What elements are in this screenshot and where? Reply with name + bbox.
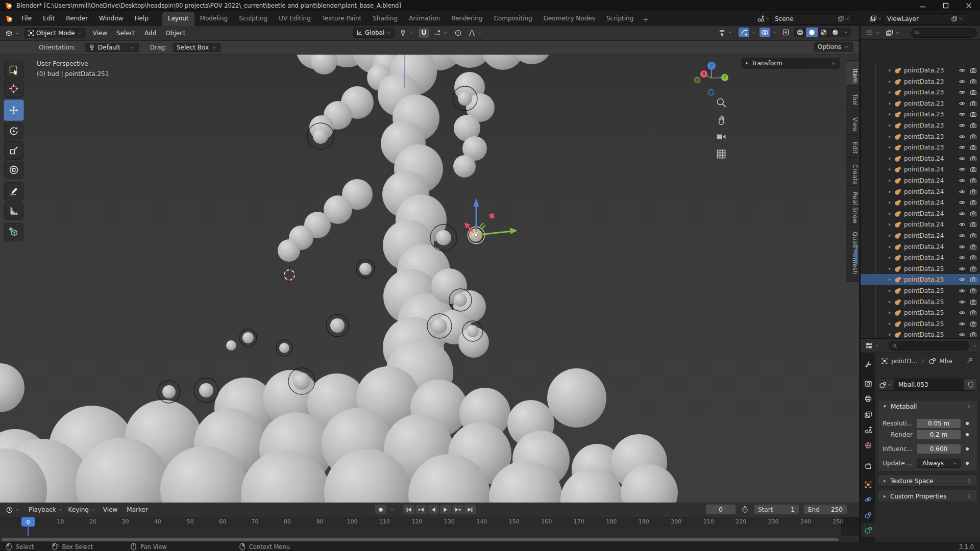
outliner-row[interactable]: pointData.25 (861, 274, 980, 285)
outliner-row[interactable]: pointData.24 (861, 164, 980, 175)
hide-eye-icon[interactable] (959, 188, 966, 195)
outliner-row[interactable]: pointData.25 (861, 296, 980, 308)
outliner-row[interactable]: pointData.23 (861, 87, 980, 98)
expand-right-icon[interactable] (887, 145, 892, 150)
options-dropdown[interactable]: Options (814, 42, 853, 52)
outliner-item-name[interactable]: pointData.25 (904, 320, 944, 328)
transform-tool-button[interactable] (4, 161, 23, 179)
hide-eye-icon[interactable] (959, 67, 966, 74)
outliner-row[interactable]: pointData.24 (861, 186, 980, 197)
viewport-menu-object[interactable]: Object (161, 30, 190, 37)
editor-type-button[interactable] (3, 29, 22, 38)
expand-right-icon[interactable] (887, 156, 892, 161)
properties-tab-object[interactable] (861, 478, 875, 491)
pivot-point-dropdown[interactable] (397, 28, 416, 38)
scene-name[interactable]: Scene (775, 15, 834, 22)
outliner-row[interactable]: pointData.24 (861, 252, 980, 263)
hide-eye-icon[interactable] (959, 221, 966, 228)
menu-render[interactable]: Render (60, 11, 93, 26)
camera-visibility-icon[interactable] (970, 144, 977, 151)
outliner-row[interactable]: pointData.25 (861, 307, 980, 318)
hide-eye-icon[interactable] (959, 210, 966, 217)
metaball-panel-header[interactable]: Metaball (878, 400, 977, 412)
jump-to-end-button[interactable] (464, 505, 476, 514)
outliner-editor-type-button[interactable] (863, 28, 883, 38)
expand-right-icon[interactable] (887, 277, 892, 282)
viewport-menu-add[interactable]: Add (140, 30, 161, 37)
camera-view-icon[interactable] (716, 131, 727, 142)
menu-window[interactable]: Window (93, 11, 129, 26)
outliner-item-name[interactable]: pointData.23 (904, 133, 944, 140)
properties-tab-physics[interactable] (861, 492, 875, 506)
expand-right-icon[interactable] (887, 101, 892, 106)
properties-tab-object-data[interactable] (861, 523, 875, 537)
hide-eye-icon[interactable] (959, 177, 966, 184)
remove-scene-button[interactable] (844, 16, 850, 22)
show-gizmos-toggle[interactable] (739, 28, 749, 37)
blender-app-icon[interactable] (5, 15, 13, 23)
hide-eye-icon[interactable] (959, 320, 966, 328)
camera-visibility-icon[interactable] (970, 254, 977, 261)
properties-tab-view-layer[interactable] (861, 408, 875, 421)
transform-panel-header[interactable]: Transform (741, 58, 840, 69)
timeline-playback-dropdown[interactable]: Playback (26, 505, 66, 514)
viewport-menu-select[interactable]: Select (112, 30, 140, 37)
outliner-item-name[interactable]: pointData.25 (904, 287, 944, 294)
outliner-item-name[interactable]: pointData.25 (904, 265, 944, 272)
outliner-row[interactable]: pointData.23 (861, 98, 980, 109)
properties-tab-world[interactable] (861, 438, 875, 452)
breadcrumb-object[interactable]: pointD... (891, 358, 917, 365)
viewlayer-selector[interactable]: ViewLayer (869, 13, 966, 24)
scale-tool-button[interactable] (4, 141, 23, 160)
outliner-row[interactable]: pointData.25 (861, 285, 980, 296)
outliner-item-name[interactable]: pointData.24 (904, 232, 944, 239)
scrollbar-thumb[interactable] (855, 244, 857, 264)
workspace-tab-texture-paint[interactable]: Texture Paint (316, 12, 367, 26)
hide-eye-icon[interactable] (959, 298, 966, 306)
outliner-item-name[interactable]: pointData.23 (904, 100, 944, 107)
camera-visibility-icon[interactable] (970, 243, 977, 251)
camera-visibility-icon[interactable] (970, 276, 977, 283)
camera-visibility-icon[interactable] (970, 67, 977, 74)
outliner-row[interactable]: pointData.25 (861, 329, 980, 338)
expand-right-icon[interactable] (887, 123, 892, 128)
drag-dots-icon[interactable] (966, 493, 973, 499)
select-box-tool-button[interactable] (4, 61, 23, 79)
drag-dots-icon[interactable] (830, 60, 837, 67)
outliner-item-name[interactable]: pointData.25 (904, 298, 944, 306)
expand-right-icon[interactable] (887, 299, 892, 305)
hide-eye-icon[interactable] (959, 133, 966, 140)
outliner-row[interactable]: pointData.23 (861, 142, 980, 153)
datablock-name-field[interactable]: Mball.053 (894, 379, 964, 391)
orientation-dropdown[interactable]: Default (85, 43, 139, 52)
measure-tool-button[interactable] (4, 202, 23, 220)
workspace-tab-sculpting[interactable]: Sculpting (233, 12, 273, 26)
workspace-tab-uv-editing[interactable]: UV Editing (273, 12, 316, 26)
expand-right-icon[interactable] (887, 288, 892, 293)
outliner-item-name[interactable]: pointData.25 (904, 331, 944, 338)
outliner-item-name[interactable]: pointData.25 (904, 309, 944, 316)
outliner-row[interactable]: pointData.24 (861, 175, 980, 186)
hide-eye-icon[interactable] (959, 232, 966, 239)
workspace-tab-animation[interactable]: Animation (403, 12, 446, 26)
viewport-menu-view[interactable]: View (88, 30, 112, 37)
expand-right-icon[interactable] (887, 222, 892, 227)
hide-eye-icon[interactable] (959, 111, 966, 118)
close-button[interactable] (957, 0, 980, 11)
panel-texture-space[interactable]: Texture Space (877, 474, 977, 487)
hide-eye-icon[interactable] (959, 276, 966, 283)
outliner-row[interactable]: pointData.23 (861, 65, 980, 76)
outliner-row[interactable]: pointData.24 (861, 230, 980, 241)
drag-dots-icon[interactable] (966, 403, 973, 410)
viewport-canvas[interactable]: User Perspective (0) bud | pointData.251… (0, 55, 859, 503)
expand-right-icon[interactable] (887, 211, 892, 216)
expand-right-icon[interactable] (887, 255, 892, 260)
camera-visibility-icon[interactable] (970, 331, 977, 338)
outliner-item-name[interactable]: pointData.24 (904, 155, 944, 162)
properties-tab-output[interactable] (861, 392, 875, 406)
properties-tab-collection[interactable] (861, 459, 875, 472)
workspace-tab-layout[interactable]: Layout (162, 12, 194, 26)
remove-viewlayer-button[interactable] (958, 16, 964, 22)
drag-dots-icon[interactable] (966, 478, 973, 484)
new-viewlayer-button[interactable] (951, 15, 958, 22)
